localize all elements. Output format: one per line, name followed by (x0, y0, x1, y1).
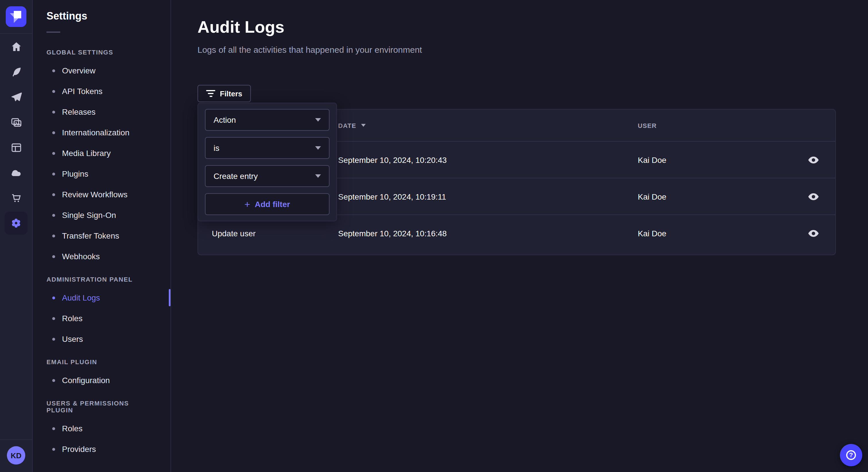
bullet-icon (52, 448, 55, 450)
cloud-icon (10, 166, 22, 179)
cart-icon (10, 192, 22, 204)
view-log-button[interactable] (803, 223, 824, 243)
eye-icon (808, 193, 818, 200)
section-label-global-settings: GLOBAL SETTINGS (33, 40, 170, 60)
paper-plane-icon (10, 91, 22, 103)
main-nav-home[interactable] (5, 35, 28, 58)
plus-icon: + (245, 199, 250, 209)
bullet-icon (52, 338, 55, 340)
bullet-icon (52, 427, 55, 430)
section-label-users-permissions-plugin: USERS & PERMISSIONS PLUGIN (33, 391, 170, 418)
bullet-icon (52, 214, 55, 216)
filter-operator-select[interactable]: is (205, 137, 330, 159)
bullet-icon (52, 379, 55, 382)
strapi-logo[interactable] (6, 6, 26, 27)
cell-date: September 10, 2024, 10:16:48 (338, 229, 638, 238)
main-nav-media-library[interactable] (5, 111, 28, 134)
media-library-icon (10, 116, 22, 128)
sidebar-title: Settings (33, 0, 170, 22)
app-window: KD Settings GLOBAL SETTINGS Overview API… (0, 0, 868, 472)
bullet-icon (52, 131, 55, 134)
view-log-button[interactable] (803, 186, 824, 207)
page-title: Audit Logs (197, 16, 836, 38)
bullet-icon (52, 172, 55, 175)
sidebar-item-providers[interactable]: Providers (33, 439, 170, 460)
help-button[interactable]: ? (840, 444, 862, 466)
bullet-icon (52, 296, 55, 299)
bullet-icon (52, 90, 55, 93)
cell-user: Kai Doe (638, 155, 789, 164)
section-label-administration-panel: ADMINISTRATION PANEL (33, 267, 170, 287)
question-mark-icon: ? (846, 450, 856, 460)
sidebar-item-media-library[interactable]: Media Library (33, 143, 170, 164)
cell-date: September 10, 2024, 10:19:11 (338, 192, 638, 201)
main-nav-deploy[interactable] (5, 161, 28, 184)
sidebar-item-configuration[interactable]: Configuration (33, 370, 170, 391)
chevron-down-icon (315, 146, 321, 150)
filter-popover: Action is Create entry + Add filter (197, 103, 337, 222)
eye-icon (808, 230, 818, 237)
main-nav-marketplace[interactable] (5, 187, 28, 209)
sort-desc-icon (361, 124, 365, 127)
sidebar-item-webhooks[interactable]: Webhooks (33, 246, 170, 267)
sidebar-item-internationalization[interactable]: Internationalization (33, 122, 170, 143)
cell-date: September 10, 2024, 10:20:43 (338, 155, 638, 164)
sidebar-item-review-workflows[interactable]: Review Workflows (33, 184, 170, 205)
settings-sidebar: Settings GLOBAL SETTINGS Overview API To… (33, 0, 171, 472)
sidebar-item-single-sign-on[interactable]: Single Sign-On (33, 205, 170, 225)
main-nav-settings[interactable] (5, 212, 28, 235)
chevron-down-icon (315, 174, 321, 178)
feather-icon (10, 66, 22, 78)
sidebar-item-audit-logs[interactable]: Audit Logs (33, 287, 170, 308)
sidebar-item-roles-admin[interactable]: Roles (33, 308, 170, 329)
bullet-icon (52, 69, 55, 72)
rail-bottom-divider (0, 439, 32, 440)
filter-icon (206, 90, 215, 97)
sidebar-item-users[interactable]: Users (33, 329, 170, 349)
add-filter-button[interactable]: + Add filter (205, 193, 330, 215)
settings-nav: GLOBAL SETTINGS Overview API Tokens Rele… (33, 33, 170, 460)
filter-value-select[interactable]: Create entry (205, 165, 330, 187)
column-header-user: USER (638, 122, 789, 129)
eye-icon (808, 156, 818, 163)
sidebar-item-transfer-tokens[interactable]: Transfer Tokens (33, 225, 170, 246)
user-avatar[interactable]: KD (7, 446, 25, 465)
view-log-button[interactable] (803, 149, 824, 170)
column-header-date[interactable]: DATE (338, 122, 638, 129)
sidebar-item-releases[interactable]: Releases (33, 102, 170, 122)
cell-user: Kai Doe (638, 229, 789, 238)
sidebar-item-api-tokens[interactable]: API Tokens (33, 81, 170, 102)
gear-icon (10, 217, 22, 229)
bullet-icon (52, 234, 55, 237)
main-nav-releases[interactable] (5, 86, 28, 108)
bullet-icon (52, 110, 55, 113)
cell-action: Update user (212, 229, 338, 238)
filter-field-select[interactable]: Action (205, 109, 330, 131)
bullet-icon (52, 193, 55, 196)
sidebar-item-plugins[interactable]: Plugins (33, 164, 170, 184)
rail-divider (0, 33, 32, 34)
filters-button[interactable]: Filters (197, 85, 251, 102)
filters-area: Filters Action is Create entry + Add fi (197, 83, 836, 100)
page-subtitle: Logs of all the activities that happened… (197, 43, 836, 56)
sidebar-item-overview[interactable]: Overview (33, 60, 170, 81)
home-icon (10, 40, 22, 53)
main-nav-rail: KD (0, 0, 33, 472)
bullet-icon (52, 317, 55, 320)
main-nav-content-type-builder[interactable] (5, 136, 28, 159)
rail-nav (5, 35, 28, 235)
section-label-email-plugin: EMAIL PLUGIN (33, 349, 170, 370)
main-content: Audit Logs Logs of all the activities th… (171, 0, 868, 472)
sidebar-item-roles-up[interactable]: Roles (33, 418, 170, 439)
cell-user: Kai Doe (638, 192, 789, 201)
bullet-icon (52, 255, 55, 258)
layout-icon (10, 141, 22, 154)
bullet-icon (52, 152, 55, 155)
main-nav-content[interactable] (5, 60, 28, 83)
chevron-down-icon (315, 118, 321, 122)
